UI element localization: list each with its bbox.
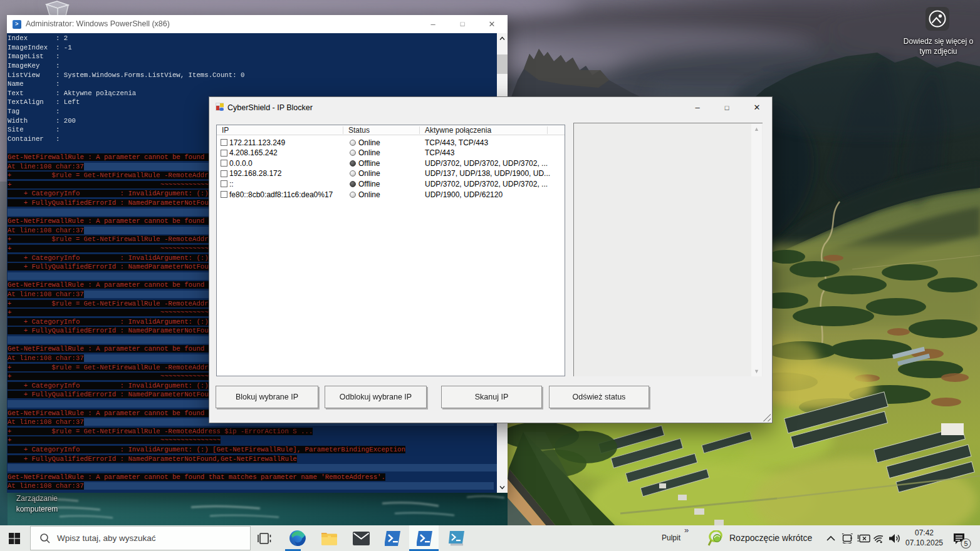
svg-text:5: 5	[964, 540, 967, 547]
